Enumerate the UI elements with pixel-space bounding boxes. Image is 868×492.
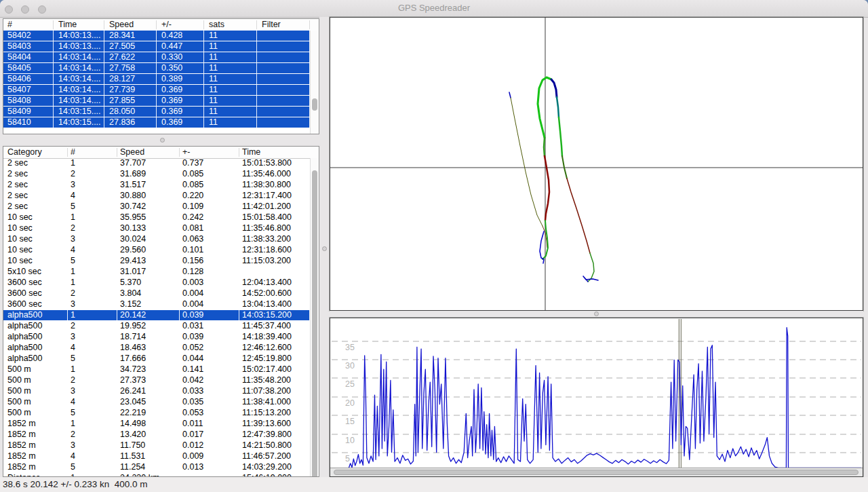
table-row[interactable]: 500 m134.7230.14115:02:17.400 [3, 364, 310, 375]
table-cell: 500 m [7, 408, 31, 418]
column-header[interactable]: Time [242, 147, 260, 157]
track-map-plot[interactable] [330, 18, 863, 310]
table-cell: 11 [209, 96, 218, 105]
column-header[interactable]: Category [7, 147, 42, 157]
column-separator [53, 63, 54, 73]
chart-scroll-thumb[interactable] [334, 470, 859, 475]
chart-scrollbar[interactable] [330, 468, 863, 476]
table-row[interactable]: 10 sec529.4130.15611:15:03.200 [3, 256, 310, 267]
table-cell: 0.242 [182, 212, 203, 223]
column-separator [53, 41, 54, 52]
table-cell: 3.804 [120, 288, 141, 299]
gps-track-segment [557, 97, 559, 117]
table-cell: 1 [71, 310, 75, 320]
table-cell: 500 m [7, 397, 31, 407]
splitter-handle-icon[interactable] [160, 138, 165, 143]
points-table-scroll-thumb[interactable] [312, 98, 317, 111]
table-cell: 0.042 [182, 375, 203, 385]
table-cell: 14:03:29.200 [242, 462, 292, 472]
table-row[interactable]: 500 m326.2410.03311:07:38.200 [3, 386, 310, 397]
column-separator [53, 31, 54, 41]
table-row[interactable]: 5840614:03:14....28.1270.38911 [3, 74, 310, 85]
table-cell: 31.517 [120, 180, 146, 190]
column-header[interactable]: Speed [120, 147, 144, 157]
table-row[interactable]: 5840814:03:14....27.8550.36911 [3, 96, 310, 107]
titlebar[interactable]: GPS Speedreader [0, 0, 868, 18]
table-row[interactable]: 5841014:03:15....27.8360.36911 [3, 117, 310, 128]
table-row[interactable]: 1852 m311.7500.01214:21:50.800 [3, 440, 310, 451]
table-row[interactable]: 1852 m213.4200.01712:47:39.800 [3, 430, 310, 440]
table-cell: 1852 m [7, 451, 36, 461]
table-cell: 58406 [7, 74, 31, 83]
tables-splitter[interactable] [3, 134, 319, 146]
table-cell: 0.737 [182, 158, 203, 168]
table-cell: 500 m [7, 364, 31, 375]
table-row[interactable]: 5840214:03:13....28.3410.42811 [3, 31, 310, 41]
column-header[interactable]: sats [209, 20, 224, 29]
column-header[interactable]: Time [58, 20, 77, 29]
table-cell: 0.004 [182, 288, 203, 299]
y-axis-tick-label: 25 [345, 379, 355, 389]
table-row[interactable]: alpha500318.7140.03914:18:39.400 [3, 332, 310, 343]
table-cell: alpha500 [7, 332, 42, 342]
table-row[interactable]: 5840714:03:14....27.7390.36911 [3, 85, 310, 96]
column-separator [256, 107, 257, 117]
table-row[interactable]: 10 sec230.1330.08111:35:46.800 [3, 223, 310, 234]
table-row[interactable]: 10 sec135.9550.24215:01:58.400 [3, 212, 310, 223]
table-row[interactable]: 5840514:03:14....27.7580.35011 [3, 63, 310, 74]
table-cell: 11.531 [120, 451, 145, 461]
splitter-handle-icon[interactable] [594, 311, 599, 316]
table-row[interactable]: alpha500517.6660.04412:45:19.800 [3, 354, 310, 364]
column-header[interactable]: # [71, 147, 75, 157]
column-header[interactable]: Filter [262, 20, 281, 29]
table-cell: alpha500 [7, 343, 42, 353]
table-row[interactable]: 3600 sec33.1520.00413:04:13.400 [3, 299, 310, 310]
column-separator [156, 85, 157, 95]
speed-chart-plot[interactable]: 3530252015105 [330, 318, 863, 468]
table-cell: 0.033 [182, 386, 203, 396]
table-cell: 2 [71, 321, 75, 331]
table-row[interactable]: 2 sec137.7070.73715:01:53.800 [3, 158, 310, 169]
column-header[interactable]: +/- [161, 20, 172, 29]
table-row[interactable]: 500 m423.0450.03511:38:41.000 [3, 397, 310, 408]
table-row[interactable]: 5840914:03:15....28.0500.36911 [3, 107, 310, 117]
table-row[interactable]: 5x10 sec131.0170.128 [3, 267, 310, 278]
results-table-scrollbar[interactable] [310, 158, 319, 476]
table-row[interactable]: 1852 m511.2540.01314:03:29.200 [3, 462, 310, 473]
table-cell: 34.723 [120, 364, 146, 375]
table-row[interactable]: 3600 sec23.8040.00414:52:00.600 [3, 288, 310, 299]
table-row[interactable]: 2 sec430.8800.22012:31:17.400 [3, 191, 310, 202]
column-separator [203, 41, 204, 52]
column-header[interactable]: +- [182, 147, 190, 157]
table-row[interactable]: 2 sec331.5170.08511:38:30.800 [3, 180, 310, 191]
gps-track-segment [544, 138, 545, 156]
table-row[interactable]: 5840314:03:13....27.5050.44711 [3, 41, 310, 52]
splitter-handle-icon[interactable] [322, 246, 327, 251]
y-axis-tick-label: 30 [345, 361, 355, 371]
table-row[interactable]: 3600 sec15.3700.00312:04:13.400 [3, 278, 310, 288]
table-row[interactable]: 1852 m114.4980.01111:39:13.600 [3, 419, 310, 430]
table-row[interactable]: 5840414:03:14....27.6220.33011 [3, 52, 310, 63]
track-map-panel[interactable] [330, 17, 863, 311]
table-row[interactable]: 10 sec429.5600.10112:31:18.600 [3, 245, 310, 256]
column-header[interactable]: Speed [109, 20, 134, 29]
table-row[interactable]: 2 sec530.7420.10911:42:01.200 [3, 202, 310, 212]
column-separator [256, 52, 257, 62]
table-cell: 4 [71, 343, 75, 353]
table-row[interactable]: alpha500219.9520.03111:45:37.400 [3, 321, 310, 332]
table-cell: 27.758 [109, 63, 135, 73]
points-table-scrollbar[interactable] [310, 31, 319, 134]
column-header[interactable]: # [7, 20, 12, 29]
table-row[interactable]: 500 m522.2190.05311:15:13.200 [3, 408, 310, 419]
table-row[interactable]: 500 m227.3730.04211:35:48.200 [3, 375, 310, 386]
table-cell: 12:31:17.400 [242, 191, 292, 201]
table-row[interactable]: 10 sec330.0240.06311:38:33.200 [3, 234, 310, 245]
results-table-scroll-thumb[interactable] [312, 170, 317, 477]
vertical-splitter[interactable] [319, 17, 330, 477]
table-row[interactable]: 2 sec231.6890.08511:35:46.000 [3, 169, 310, 180]
table-row[interactable]: alpha500418.4630.05212:46:12.600 [3, 343, 310, 354]
table-cell: 58403 [7, 41, 31, 51]
table-row[interactable]: alpha500120.1420.03914:03:15.200 [3, 310, 310, 321]
table-row[interactable]: 1852 m411.5310.00911:46:57.200 [3, 451, 310, 462]
map-chart-splitter[interactable] [330, 311, 863, 318]
